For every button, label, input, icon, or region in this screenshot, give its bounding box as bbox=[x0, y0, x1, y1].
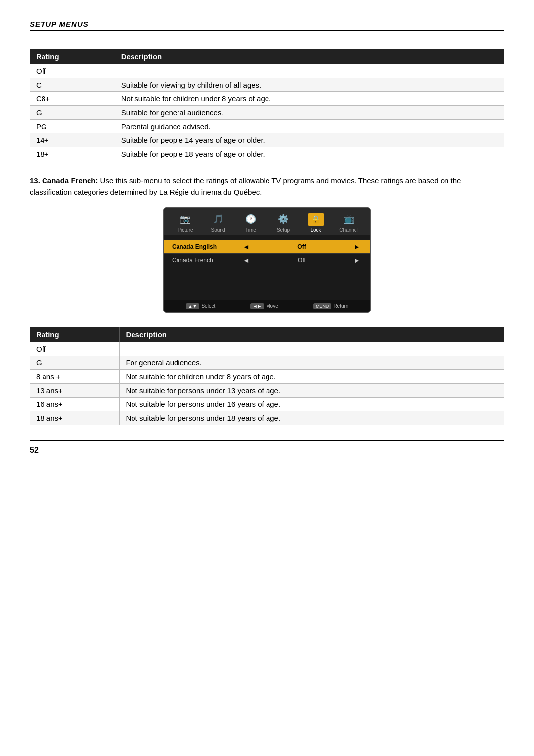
rating-cell: G bbox=[30, 356, 120, 369]
description-cell: Not suitable for children under 8 years … bbox=[120, 369, 504, 383]
tv-menu-item-sound: 🎵Sound bbox=[206, 212, 230, 233]
tv-footer-label: Return bbox=[333, 303, 348, 309]
tv-content: Canada English◄Off►Canada French◄Off► bbox=[164, 235, 370, 300]
tv-footer-button: ▲▼ bbox=[186, 303, 200, 309]
channel-icon: 📺 bbox=[340, 212, 357, 226]
picture-icon: 📷 bbox=[177, 212, 194, 226]
description-cell: Suitable for people 14 years of age or o… bbox=[115, 133, 504, 147]
table1-col-rating: Rating bbox=[30, 49, 115, 64]
tv-arrow-left: ◄ bbox=[241, 256, 251, 264]
table-row: GSuitable for general audiences. bbox=[30, 106, 504, 120]
sound-icon: 🎵 bbox=[209, 212, 227, 226]
rating-cell: 13 ans+ bbox=[30, 383, 120, 397]
bold-label: Canada French: bbox=[42, 177, 98, 185]
body-paragraph: 13. Canada French: Use this sub-menu to … bbox=[30, 175, 504, 198]
tv-arrow-left: ◄ bbox=[241, 243, 251, 251]
tv-menu-label: Channel bbox=[339, 227, 357, 233]
tv-row-label: Canada French bbox=[172, 257, 241, 264]
tv-row-label: Canada English bbox=[172, 243, 241, 250]
page-header: SETUP MENUS bbox=[30, 20, 504, 40]
tv-menu-label: Sound bbox=[211, 227, 225, 233]
rating-cell: Off bbox=[30, 342, 120, 356]
time-icon: 🕐 bbox=[242, 212, 260, 226]
rating-cell: 16 ans+ bbox=[30, 397, 120, 411]
setup-menus-title: SETUP MENUS bbox=[30, 20, 504, 28]
description-cell: Not suitable for persons under 18 years … bbox=[120, 411, 504, 425]
description-cell: Suitable for general audiences. bbox=[115, 106, 504, 120]
page-number: 52 bbox=[30, 440, 504, 455]
table-row: Off bbox=[30, 64, 504, 78]
description-cell: Parental guidance advised. bbox=[115, 120, 504, 133]
tv-footer-item: MENUReturn bbox=[313, 303, 349, 309]
description-cell bbox=[115, 64, 504, 78]
tv-arrow-right: ► bbox=[352, 256, 362, 264]
table-row: 13 ans+Not suitable for persons under 13… bbox=[30, 383, 504, 397]
tv-menu-label: Lock bbox=[311, 227, 321, 233]
tv-menu-item-setup: ⚙️Setup bbox=[271, 212, 296, 233]
description-cell: Suitable for viewing by children of all … bbox=[115, 78, 504, 92]
tv-ui-container: 📷Picture🎵Sound🕐Time⚙️Setup🔒Lock📺Channel … bbox=[30, 207, 504, 313]
tv-menu-item-channel: 📺Channel bbox=[336, 212, 361, 233]
rating-table-2: Rating Description OffGFor general audie… bbox=[30, 327, 504, 425]
rating-cell: G bbox=[30, 106, 115, 120]
table-row: 16 ans+Not suitable for persons under 16… bbox=[30, 397, 504, 411]
rating-cell: 18 ans+ bbox=[30, 411, 120, 425]
tv-menu-label: Time bbox=[245, 227, 256, 233]
tv-row-value: Off bbox=[251, 243, 352, 250]
description-cell: For general audiences. bbox=[120, 356, 504, 369]
tv-menu-bar: 📷Picture🎵Sound🕐Time⚙️Setup🔒Lock📺Channel bbox=[164, 208, 370, 235]
description-cell: Not suitable for persons under 16 years … bbox=[120, 397, 504, 411]
table-row: Off bbox=[30, 342, 504, 356]
tv-row-0: Canada English◄Off► bbox=[164, 240, 370, 254]
item-number: 13. bbox=[30, 177, 40, 185]
tv-arrow-right: ► bbox=[352, 243, 362, 251]
table-row: 18+Suitable for people 18 years of age o… bbox=[30, 147, 504, 161]
table2-col-description: Description bbox=[120, 327, 504, 342]
rating-cell: C bbox=[30, 78, 115, 92]
tv-menu-label: Picture bbox=[178, 227, 193, 233]
rating-cell: 8 ans + bbox=[30, 369, 120, 383]
table-row: GFor general audiences. bbox=[30, 356, 504, 369]
rating-cell: 14+ bbox=[30, 133, 115, 147]
rating-cell: C8+ bbox=[30, 92, 115, 106]
tv-footer: ▲▼Select◄►MoveMENUReturn bbox=[164, 300, 370, 312]
tv-footer-item: ◄►Move bbox=[250, 303, 278, 309]
table-row: C8+Not suitable for children under 8 yea… bbox=[30, 92, 504, 106]
tv-menu-item-picture: 📷Picture bbox=[173, 212, 198, 233]
table-row: 18 ans+Not suitable for persons under 18… bbox=[30, 411, 504, 425]
tv-menu-item-time: 🕐Time bbox=[238, 212, 263, 233]
table-row: 14+Suitable for people 14 years of age o… bbox=[30, 133, 504, 147]
tv-footer-label: Move bbox=[266, 303, 278, 309]
description-cell: Not suitable for persons under 13 years … bbox=[120, 383, 504, 397]
table-row: CSuitable for viewing by children of all… bbox=[30, 78, 504, 92]
tv-footer-item: ▲▼Select bbox=[186, 303, 216, 309]
tv-menu-item-lock: 🔒Lock bbox=[304, 213, 328, 233]
table-row: 8 ans +Not suitable for children under 8… bbox=[30, 369, 504, 383]
tv-row-value: Off bbox=[251, 257, 352, 264]
tv-footer-label: Select bbox=[201, 303, 215, 309]
rating-cell: 18+ bbox=[30, 147, 115, 161]
table2-col-rating: Rating bbox=[30, 327, 120, 342]
tv-row-1: Canada French◄Off► bbox=[172, 254, 362, 267]
description-cell bbox=[120, 342, 504, 356]
setup-icon: ⚙️ bbox=[274, 212, 292, 226]
tv-footer-button: MENU bbox=[313, 303, 332, 309]
rating-table-1: Rating Description OffCSuitable for view… bbox=[30, 49, 504, 161]
tv-menu-label: Setup bbox=[277, 227, 290, 233]
description-cell: Suitable for people 18 years of age or o… bbox=[115, 147, 504, 161]
table-row: PGParental guidance advised. bbox=[30, 120, 504, 133]
lock-icon: 🔒 bbox=[308, 213, 324, 226]
tv-ui: 📷Picture🎵Sound🕐Time⚙️Setup🔒Lock📺Channel … bbox=[163, 207, 371, 313]
table1-col-description: Description bbox=[115, 49, 504, 64]
description-cell: Not suitable for children under 8 years … bbox=[115, 92, 504, 106]
rating-cell: PG bbox=[30, 120, 115, 133]
rating-cell: Off bbox=[30, 64, 115, 78]
header-divider bbox=[30, 30, 504, 31]
tv-footer-button: ◄► bbox=[250, 303, 264, 309]
